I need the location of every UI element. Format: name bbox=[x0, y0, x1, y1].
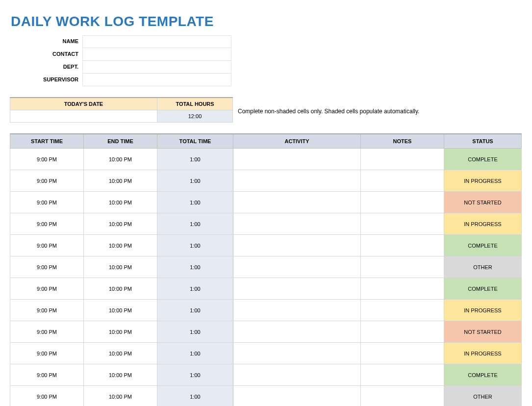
cell-end[interactable]: 10:00 PM bbox=[84, 192, 157, 213]
cell-status[interactable]: IN PROGRESS bbox=[444, 300, 522, 321]
cell-status[interactable]: COMPLETE bbox=[444, 235, 522, 256]
name-input[interactable] bbox=[82, 35, 231, 48]
cell-end[interactable]: 10:00 PM bbox=[84, 386, 157, 406]
table-row: 9:00 PM10:00 PM1:00NOT STARTED bbox=[10, 192, 522, 213]
cell-total: 1:00 bbox=[157, 278, 233, 300]
table-row: 9:00 PM10:00 PM1:00NOT STARTED bbox=[10, 321, 522, 343]
cell-total: 1:00 bbox=[157, 386, 233, 406]
total-hours-header: TOTAL HOURS bbox=[157, 98, 233, 110]
cell-total: 1:00 bbox=[157, 343, 233, 364]
col-status: STATUS bbox=[444, 134, 522, 149]
cell-start[interactable]: 9:00 PM bbox=[10, 213, 84, 235]
table-row: 9:00 PM10:00 PM1:00IN PROGRESS bbox=[10, 213, 522, 235]
cell-status[interactable]: COMPLETE bbox=[444, 149, 522, 170]
dept-input[interactable] bbox=[82, 61, 231, 74]
supervisor-input[interactable] bbox=[82, 74, 231, 86]
cell-total: 1:00 bbox=[157, 170, 233, 192]
cell-activity[interactable] bbox=[233, 321, 361, 343]
cell-notes[interactable] bbox=[361, 343, 444, 364]
col-activity: ACTIVITY bbox=[233, 134, 361, 149]
cell-notes[interactable] bbox=[361, 386, 444, 406]
table-row: 9:00 PM10:00 PM1:00IN PROGRESS bbox=[10, 170, 522, 192]
cell-start[interactable]: 9:00 PM bbox=[10, 386, 84, 406]
cell-end[interactable]: 10:00 PM bbox=[84, 213, 157, 235]
cell-notes[interactable] bbox=[361, 149, 444, 170]
cell-notes[interactable] bbox=[361, 321, 444, 343]
cell-activity[interactable] bbox=[233, 149, 361, 170]
cell-notes[interactable] bbox=[361, 364, 444, 386]
cell-status[interactable]: NOT STARTED bbox=[444, 192, 522, 213]
cell-start[interactable]: 9:00 PM bbox=[10, 256, 84, 278]
todays-date-cell[interactable] bbox=[10, 110, 157, 123]
col-start-time: START TIME bbox=[10, 134, 84, 149]
cell-total: 1:00 bbox=[157, 364, 233, 386]
cell-start[interactable]: 9:00 PM bbox=[10, 300, 84, 321]
cell-end[interactable]: 10:00 PM bbox=[84, 235, 157, 256]
cell-activity[interactable] bbox=[233, 343, 361, 364]
cell-notes[interactable] bbox=[361, 192, 444, 213]
table-row: 9:00 PM10:00 PM1:00OTHER bbox=[10, 386, 522, 406]
cell-notes[interactable] bbox=[361, 170, 444, 192]
cell-start[interactable]: 9:00 PM bbox=[10, 343, 84, 364]
cell-status[interactable]: OTHER bbox=[444, 256, 522, 278]
table-row: 9:00 PM10:00 PM1:00IN PROGRESS bbox=[10, 343, 522, 364]
cell-start[interactable]: 9:00 PM bbox=[10, 321, 84, 343]
cell-end[interactable]: 10:00 PM bbox=[84, 278, 157, 300]
summary-table: TODAY'S DATE TOTAL HOURS 12:00 bbox=[10, 97, 233, 123]
cell-status[interactable]: COMPLETE bbox=[444, 364, 522, 386]
cell-total: 1:00 bbox=[157, 149, 233, 170]
cell-notes[interactable] bbox=[361, 256, 444, 278]
table-row: 9:00 PM10:00 PM1:00COMPLETE bbox=[10, 278, 522, 300]
cell-notes[interactable] bbox=[361, 278, 444, 300]
table-row: 9:00 PM10:00 PM1:00IN PROGRESS bbox=[10, 300, 522, 321]
total-hours-cell: 12:00 bbox=[157, 110, 233, 123]
cell-end[interactable]: 10:00 PM bbox=[84, 256, 157, 278]
page-title: DAILY WORK LOG TEMPLATE bbox=[11, 14, 522, 29]
col-notes: NOTES bbox=[361, 134, 444, 149]
cell-total: 1:00 bbox=[157, 235, 233, 256]
log-table: START TIME END TIME TOTAL TIME ACTIVITY … bbox=[10, 133, 522, 406]
cell-status[interactable]: NOT STARTED bbox=[444, 321, 522, 343]
cell-activity[interactable] bbox=[233, 256, 361, 278]
cell-end[interactable]: 10:00 PM bbox=[84, 321, 157, 343]
cell-status[interactable]: IN PROGRESS bbox=[444, 170, 522, 192]
cell-activity[interactable] bbox=[233, 300, 361, 321]
cell-activity[interactable] bbox=[233, 213, 361, 235]
table-row: 9:00 PM10:00 PM1:00COMPLETE bbox=[10, 364, 522, 386]
cell-status[interactable]: COMPLETE bbox=[444, 278, 522, 300]
col-total-time: TOTAL TIME bbox=[157, 134, 233, 149]
cell-total: 1:00 bbox=[157, 321, 233, 343]
cell-end[interactable]: 10:00 PM bbox=[84, 149, 157, 170]
cell-activity[interactable] bbox=[233, 386, 361, 406]
contact-input[interactable] bbox=[82, 48, 231, 61]
cell-notes[interactable] bbox=[361, 300, 444, 321]
cell-total: 1:00 bbox=[157, 256, 233, 278]
cell-end[interactable]: 10:00 PM bbox=[84, 343, 157, 364]
cell-status[interactable]: IN PROGRESS bbox=[444, 213, 522, 235]
table-row: 9:00 PM10:00 PM1:00COMPLETE bbox=[10, 235, 522, 256]
cell-start[interactable]: 9:00 PM bbox=[10, 235, 84, 256]
cell-start[interactable]: 9:00 PM bbox=[10, 278, 84, 300]
table-row: 9:00 PM10:00 PM1:00OTHER bbox=[10, 256, 522, 278]
cell-notes[interactable] bbox=[361, 213, 444, 235]
log-header-row: START TIME END TIME TOTAL TIME ACTIVITY … bbox=[10, 134, 522, 149]
cell-total: 1:00 bbox=[157, 213, 233, 235]
cell-start[interactable]: 9:00 PM bbox=[10, 364, 84, 386]
cell-start[interactable]: 9:00 PM bbox=[10, 170, 84, 192]
cell-status[interactable]: IN PROGRESS bbox=[444, 343, 522, 364]
cell-total: 1:00 bbox=[157, 192, 233, 213]
cell-start[interactable]: 9:00 PM bbox=[10, 149, 84, 170]
table-row: 9:00 PM10:00 PM1:00COMPLETE bbox=[10, 149, 522, 170]
cell-activity[interactable] bbox=[233, 278, 361, 300]
cell-activity[interactable] bbox=[233, 235, 361, 256]
cell-end[interactable]: 10:00 PM bbox=[84, 300, 157, 321]
cell-start[interactable]: 9:00 PM bbox=[10, 192, 84, 213]
dept-label: DEPT. bbox=[10, 61, 82, 74]
cell-end[interactable]: 10:00 PM bbox=[84, 170, 157, 192]
cell-end[interactable]: 10:00 PM bbox=[84, 364, 157, 386]
cell-activity[interactable] bbox=[233, 364, 361, 386]
cell-status[interactable]: OTHER bbox=[444, 386, 522, 406]
cell-activity[interactable] bbox=[233, 170, 361, 192]
cell-activity[interactable] bbox=[233, 192, 361, 213]
cell-notes[interactable] bbox=[361, 235, 444, 256]
